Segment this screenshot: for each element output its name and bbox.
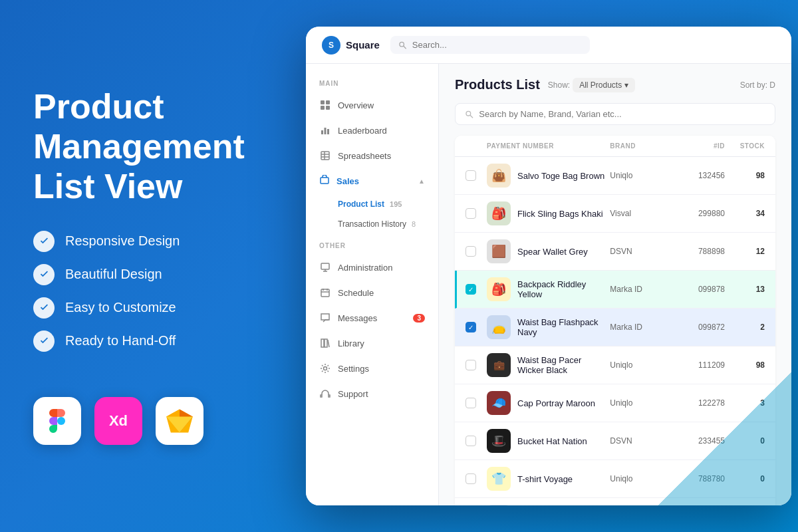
sidebar-item-settings[interactable]: Settings bbox=[306, 356, 438, 381]
settings-icon bbox=[319, 362, 331, 374]
check-icon bbox=[33, 231, 55, 252]
brand-cell: Marka ID bbox=[610, 285, 672, 294]
feature-item: Responsive Design bbox=[33, 231, 273, 252]
feature-item: Ready to Hand-Off bbox=[33, 331, 273, 352]
svg-rect-26 bbox=[325, 339, 327, 347]
row-checkbox[interactable] bbox=[466, 398, 476, 408]
app-body: MAIN Overview Leaderboard Spreadsheets bbox=[306, 64, 791, 505]
product-search-bar[interactable] bbox=[455, 103, 775, 125]
stock-cell: 12 bbox=[725, 247, 765, 256]
row-checkbox[interactable] bbox=[466, 208, 476, 219]
product-name: Spear Wallet Grey bbox=[517, 247, 588, 257]
product-cell: 🎒 Backpack Riddley Yellow bbox=[487, 277, 610, 301]
svg-rect-13 bbox=[321, 152, 329, 160]
table-row[interactable]: 🎒 Flick Sling Bags Khaki Visval 299880 3… bbox=[455, 195, 775, 233]
col-payment-number: PAYMENT NUMBER bbox=[487, 142, 610, 150]
col-stock: STOCK bbox=[725, 142, 765, 150]
sidebar: MAIN Overview Leaderboard Spreadsheets bbox=[306, 64, 439, 505]
col-brand: BRAND bbox=[610, 142, 672, 150]
sidebar-item-transaction-history[interactable]: Transaction History 8 bbox=[306, 214, 438, 234]
row-checkbox-checked[interactable]: ✓ bbox=[466, 322, 476, 332]
id-cell: 122278 bbox=[672, 398, 725, 408]
table-row[interactable]: 🎩 Bucket Hat Nation DSVN 233455 0 bbox=[455, 422, 775, 460]
sidebar-item-messages[interactable]: Messages 3 bbox=[306, 305, 438, 331]
product-cell: 🎒 Flick Sling Bags Khaki bbox=[487, 201, 610, 225]
table-header: PAYMENT NUMBER BRAND #ID STOCK bbox=[455, 136, 775, 157]
sidebar-item-sales[interactable]: Sales ▲ bbox=[306, 168, 438, 194]
row-checkbox[interactable] bbox=[466, 170, 476, 181]
stock-cell: 0 bbox=[725, 436, 765, 446]
product-thumb: 👕 bbox=[487, 467, 511, 491]
table-row-selected[interactable]: ✓ 🎒 Backpack Riddley Yellow Marka ID 099… bbox=[455, 271, 775, 309]
product-cell: 🎩 Bucket Hat Nation bbox=[487, 429, 610, 453]
messages-icon bbox=[319, 312, 331, 324]
table-row[interactable]: 🟫 Spear Wallet Grey DSVN 788898 12 bbox=[455, 233, 775, 271]
table-row[interactable]: 👕 T-shirt Voyage Uniqlo 788780 0 bbox=[455, 460, 775, 498]
stock-cell: 13 bbox=[725, 285, 765, 294]
sidebar-item-overview[interactable]: Overview bbox=[306, 92, 438, 118]
table-row[interactable]: 💼 Waist Bag Pacer Wicker Black Uniqlo 11… bbox=[455, 346, 775, 384]
row-checkbox[interactable] bbox=[466, 436, 476, 446]
svg-rect-25 bbox=[321, 339, 324, 347]
product-thumb: 💼 bbox=[487, 353, 511, 377]
check-icon bbox=[33, 297, 55, 319]
table-row[interactable]: 🧢 Cap Portray Maroon Uniqlo 122278 3 bbox=[455, 384, 775, 422]
sort-label: Sort by: D bbox=[740, 80, 775, 90]
sidebar-other-label: OTHER bbox=[306, 242, 438, 249]
sidebar-item-administration[interactable]: Administration bbox=[306, 255, 438, 280]
svg-rect-8 bbox=[321, 106, 325, 110]
overview-icon bbox=[319, 99, 331, 111]
id-cell: 099872 bbox=[672, 323, 725, 332]
sidebar-item-library[interactable]: Library bbox=[306, 331, 438, 356]
sidebar-item-schedule[interactable]: Schedule bbox=[306, 280, 438, 305]
administration-icon bbox=[319, 261, 331, 273]
sidebar-item-support[interactable]: Support bbox=[306, 381, 438, 406]
show-filter-dropdown[interactable]: All Products ▾ bbox=[573, 78, 635, 92]
svg-rect-9 bbox=[326, 106, 330, 110]
brand-cell: DSVN bbox=[610, 436, 672, 446]
table-row[interactable]: ✓ VS [COLLABS] Limited Visval X Skinnymo… bbox=[455, 498, 775, 505]
id-cell: 788780 bbox=[672, 474, 725, 483]
sidebar-sub-items: Product List 195 Transaction History 8 bbox=[306, 194, 438, 234]
sidebar-item-leaderboard[interactable]: Leaderboard bbox=[306, 118, 438, 143]
product-thumb: 🎒 bbox=[487, 277, 511, 301]
content-header: Products List Show: All Products ▾ Sort … bbox=[455, 77, 775, 92]
row-checkbox[interactable] bbox=[466, 473, 476, 484]
table-row[interactable]: 👜 Salvo Toge Bag Brown Uniqlo 132456 98 bbox=[455, 157, 775, 195]
row-checkbox-checked[interactable]: ✓ bbox=[466, 284, 476, 295]
product-name: Flick Sling Bags Khaki bbox=[517, 209, 603, 219]
leaderboard-icon bbox=[319, 124, 331, 136]
page-title: Products List bbox=[455, 77, 540, 92]
product-name: Waist Bag Flashpack Navy bbox=[517, 317, 610, 337]
product-search-input[interactable] bbox=[479, 109, 765, 119]
id-cell: 099878 bbox=[672, 285, 725, 294]
id-cell: 788898 bbox=[672, 247, 725, 256]
row-checkbox[interactable] bbox=[466, 360, 476, 370]
check-icon bbox=[33, 264, 55, 285]
tool-icons: Xd bbox=[33, 397, 273, 445]
logo-icon: S bbox=[322, 36, 340, 55]
product-cell: VS [COLLABS] Limited Visval X Skinnymonk… bbox=[487, 505, 610, 505]
svg-line-5 bbox=[404, 46, 406, 49]
svg-rect-17 bbox=[321, 178, 329, 184]
product-thumb: 🟫 bbox=[487, 239, 511, 263]
svg-point-27 bbox=[324, 367, 327, 370]
header-search-input[interactable] bbox=[412, 40, 582, 50]
brand-cell: Marka ID bbox=[610, 323, 672, 332]
table-row-selected[interactable]: ✓ 👝 Waist Bag Flashpack Navy Marka ID 09… bbox=[455, 309, 775, 346]
brand-cell: Visval bbox=[610, 209, 672, 218]
svg-rect-6 bbox=[321, 100, 325, 104]
sidebar-item-spreadsheets[interactable]: Spreadsheets bbox=[306, 143, 438, 168]
schedule-icon bbox=[319, 287, 331, 299]
product-thumb: 🎩 bbox=[487, 429, 511, 453]
row-checkbox[interactable] bbox=[466, 246, 476, 257]
global-search[interactable] bbox=[390, 36, 590, 54]
feature-item: Beautiful Design bbox=[33, 264, 273, 285]
id-cell: 132456 bbox=[672, 171, 725, 180]
product-name: Salvo Toge Bag Brown bbox=[517, 171, 604, 181]
sidebar-item-product-list[interactable]: Product List 195 bbox=[306, 194, 438, 214]
product-cell: 👝 Waist Bag Flashpack Navy bbox=[487, 315, 610, 339]
library-icon bbox=[319, 337, 331, 349]
hero-title: ProductManagementList View bbox=[33, 87, 273, 206]
stock-cell: 2 bbox=[725, 323, 765, 332]
